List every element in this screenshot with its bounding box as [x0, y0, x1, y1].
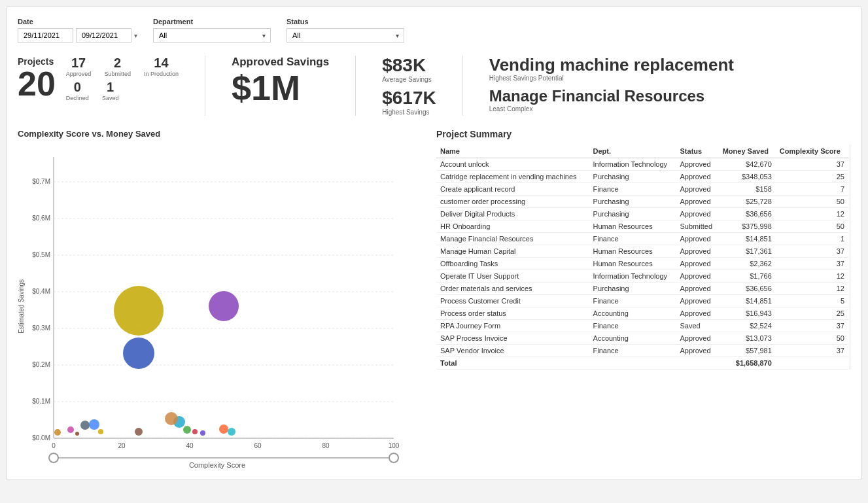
bubble-process-order[interactable] [209, 291, 239, 321]
bubble-order-materials[interactable] [80, 421, 90, 430]
date-to-input[interactable] [76, 28, 131, 43]
total-empty-complexity [776, 356, 848, 369]
approved-label: Approved [66, 71, 92, 77]
cell-status: Approved [676, 269, 719, 282]
table-row[interactable]: Deliver Digital Products Purchasing Appr… [436, 207, 848, 220]
cell-status: Approved [676, 195, 719, 207]
cell-name: Create applicant record [436, 182, 589, 195]
cell-money: $16,943 [719, 307, 776, 319]
date-from-input[interactable] [18, 28, 73, 43]
table-wrapper[interactable]: Name Dept. Status Money Saved Complexity… [436, 145, 850, 370]
total-row: Total $1,658,870 [436, 356, 848, 369]
cell-dept: Accounting [589, 307, 676, 319]
status-select-wrapper: All [286, 28, 404, 43]
submitted-stat: 2 Submitted [104, 56, 131, 77]
cell-name: Manage Financial Resources [436, 232, 589, 245]
bubble-create-applicant[interactable] [75, 432, 79, 436]
cell-name: Process Customer Credit [436, 294, 589, 307]
cell-status: Approved [676, 332, 719, 344]
cell-status: Approved [676, 245, 719, 257]
date-inputs: ▾ [18, 28, 137, 43]
bubble-manage-human[interactable] [183, 426, 191, 434]
cell-dept: Purchasing [589, 170, 676, 182]
status-select[interactable]: All [286, 28, 404, 43]
col-money: Money Saved [719, 145, 776, 158]
total-empty-status [676, 356, 719, 369]
date-chevron-icon: ▾ [134, 32, 137, 39]
bubble-hr[interactable] [123, 338, 154, 369]
department-filter: Department All [153, 18, 271, 43]
cell-complexity: 5 [776, 294, 848, 307]
cell-complexity: 37 [776, 158, 848, 170]
bubble-catridge[interactable] [114, 286, 164, 336]
manage-title: Manage Financial Resources [489, 87, 734, 106]
svg-text:$0.5M: $0.5M [32, 251, 50, 258]
cell-status: Saved [676, 319, 719, 332]
avg-savings-label: Average Savings [382, 76, 436, 83]
cell-complexity: 50 [776, 332, 848, 344]
divider-2 [355, 56, 356, 116]
cell-complexity: 37 [776, 245, 848, 257]
cell-complexity: 50 [776, 195, 848, 207]
table-row[interactable]: Order materials and services Purchasing … [436, 282, 848, 294]
cell-dept: Finance [589, 319, 676, 332]
department-select[interactable]: All [153, 28, 271, 43]
table-row[interactable]: customer order processing Purchasing App… [436, 195, 848, 207]
table-row[interactable]: Catridge replacement in vending machines… [436, 170, 848, 182]
svg-text:20: 20 [118, 442, 126, 449]
col-name: Name [436, 145, 589, 158]
bubble-deliver-digital[interactable] [89, 419, 99, 430]
cell-money: $13,073 [719, 332, 776, 344]
projects-stats: 17 Approved 2 Submitted 14 In Production… [66, 56, 179, 101]
chart-container: Estimated Savings $0.0M $0.1M $0.2M $0.3… [18, 144, 423, 469]
table-row[interactable]: Operate IT User Support Information Tech… [436, 269, 848, 282]
cell-name: Order materials and services [436, 282, 589, 294]
bubble-manage-financial[interactable] [54, 429, 61, 436]
cell-name: SAP Process Invoice [436, 332, 589, 344]
cell-money: $2,524 [719, 319, 776, 332]
stats-top: 17 Approved 2 Submitted 14 In Production [66, 56, 179, 77]
table-row[interactable]: Process Customer Credit Finance Approved… [436, 294, 848, 307]
highlights-block: Vending machine replacement Highest Savi… [489, 56, 734, 113]
svg-text:$0.1M: $0.1M [32, 398, 50, 405]
cell-status: Approved [676, 282, 719, 294]
bubble-sap-invoice[interactable] [228, 428, 235, 436]
cell-dept: Accounting [589, 332, 676, 344]
bubble-process-credit[interactable] [67, 426, 74, 433]
declined-num: 0 [74, 80, 81, 95]
cell-complexity: 25 [776, 170, 848, 182]
table-row[interactable]: HR Onboarding Human Resources Submitted … [436, 220, 848, 232]
bubble-operate-it[interactable] [98, 429, 103, 434]
table-row[interactable]: Manage Human Capital Human Resources App… [436, 245, 848, 257]
highest-savings-value: $617K [382, 88, 436, 109]
approved-savings-value: $1M [232, 69, 329, 107]
bubble-customer-order[interactable] [219, 425, 228, 434]
table-row[interactable]: SAP Process Invoice Accounting Approved … [436, 332, 848, 344]
total-label: Total [436, 356, 589, 369]
svg-text:80: 80 [322, 442, 330, 449]
table-row[interactable]: Account unlock Information Technology Ap… [436, 158, 848, 170]
bubble-sap-vendor[interactable] [165, 412, 178, 425]
table-row[interactable]: Offboarding Tasks Human Resources Approv… [436, 257, 848, 269]
cell-status: Approved [676, 344, 719, 356]
table-row[interactable]: Process order status Accounting Approved… [436, 307, 848, 319]
table-row[interactable]: Create applicant record Finance Approved… [436, 182, 848, 195]
table-row[interactable]: Manage Financial Resources Finance Appro… [436, 232, 848, 245]
date-filter: Date ▾ [18, 18, 137, 43]
highest-savings-label: Highest Savings [382, 109, 436, 116]
cell-money: $17,361 [719, 245, 776, 257]
cell-dept: Human Resources [589, 245, 676, 257]
total-empty-dept [589, 356, 676, 369]
cell-complexity: 12 [776, 282, 848, 294]
cell-dept: Finance [589, 294, 676, 307]
bubble-offboarding[interactable] [192, 429, 198, 434]
bubble-process-order-status[interactable] [135, 428, 143, 436]
table-row[interactable]: SAP Vendor Invoice Finance Approved $57,… [436, 344, 848, 356]
cell-money: $375,998 [719, 220, 776, 232]
svg-point-26 [389, 453, 398, 462]
table-row[interactable]: RPA Journey Form Finance Saved $2,524 37 [436, 319, 848, 332]
cell-dept: Information Technology [589, 158, 676, 170]
cell-complexity: 12 [776, 269, 848, 282]
bubble-rpa[interactable] [200, 430, 205, 436]
projects-count: 20 [18, 67, 56, 101]
